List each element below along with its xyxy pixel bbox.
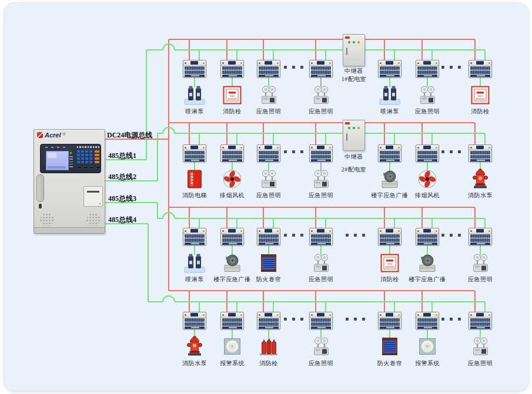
printer-slot [87, 191, 99, 193]
wire [105, 50, 146, 160]
status-led-column [69, 156, 73, 169]
acrel-logo-icon [37, 132, 43, 138]
function-keys[interactable] [95, 150, 99, 163]
power-monitor-cabinet: Acrel ® [34, 129, 105, 234]
speaker-grille [86, 213, 101, 226]
cabinet-base [34, 227, 105, 233]
wire [105, 224, 148, 302]
door-handle[interactable] [36, 174, 44, 202]
wire [105, 203, 158, 218]
acrel-logo: Acrel ® [37, 132, 66, 139]
wire [105, 133, 158, 181]
printer-led [99, 203, 101, 205]
power-led [70, 152, 72, 154]
speaker-grille [39, 213, 55, 226]
unit-title-text [77, 146, 99, 148]
wire [163, 296, 175, 302]
keypad[interactable] [77, 150, 92, 163]
printer-unit [83, 186, 103, 207]
keyhole [39, 204, 42, 208]
menu-keys[interactable] [77, 166, 101, 169]
registered-mark: ® [63, 132, 66, 136]
brand-name: Acrel [45, 132, 61, 139]
bezel-marks [45, 147, 65, 148]
monitor-display-unit [40, 144, 101, 173]
lcd-screen [46, 151, 69, 170]
